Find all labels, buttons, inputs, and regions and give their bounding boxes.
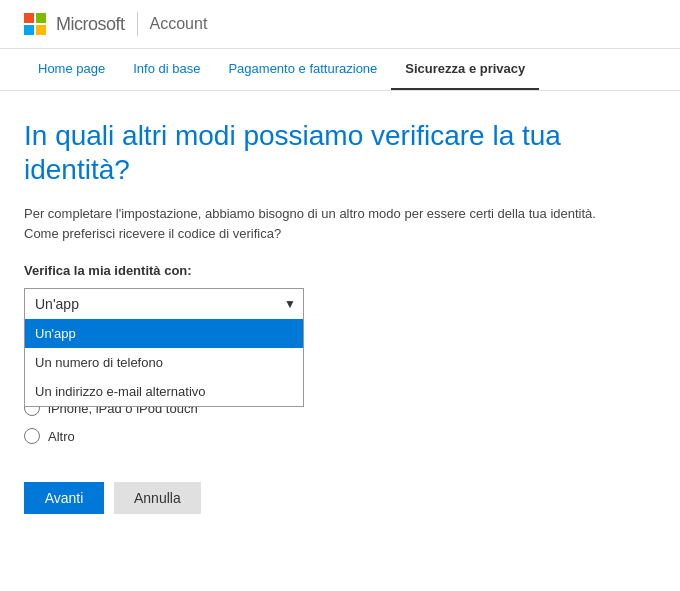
radio-altro-label: Altro xyxy=(48,429,75,444)
logo-red xyxy=(24,13,34,23)
logo-blue xyxy=(24,25,34,35)
header-divider xyxy=(137,12,138,36)
nav-sicurezza[interactable]: Sicurezza e privacy xyxy=(391,49,539,90)
logo-text: Microsoft xyxy=(56,14,125,35)
navigation: Home page Info di base Pagamento e fattu… xyxy=(0,49,680,91)
logo-yellow xyxy=(36,25,46,35)
logo-green xyxy=(36,13,46,23)
page-title: In quali altri modi possiamo verificare … xyxy=(24,119,604,186)
button-row: Avanti Annulla xyxy=(24,482,656,514)
dropdown-option-phone[interactable]: Un numero di telefono xyxy=(25,348,303,377)
section-label: Verifica la mia identità con: xyxy=(24,263,656,278)
identity-dropdown[interactable]: Un'app Un numero di telefono Un indirizz… xyxy=(24,288,304,320)
avanti-button[interactable]: Avanti xyxy=(24,482,104,514)
identity-dropdown-wrapper: Un'app Un numero di telefono Un indirizz… xyxy=(24,288,304,320)
nav-info-di-base[interactable]: Info di base xyxy=(119,49,214,90)
nav-pagamento[interactable]: Pagamento e fatturazione xyxy=(214,49,391,90)
header-account-label: Account xyxy=(150,15,208,33)
nav-homepage[interactable]: Home page xyxy=(24,49,119,90)
annulla-button[interactable]: Annulla xyxy=(114,482,201,514)
dropdown-option-app[interactable]: Un'app xyxy=(25,319,303,348)
header: Microsoft Account xyxy=(0,0,680,49)
logo-grid xyxy=(24,13,46,35)
radio-altro[interactable]: Altro xyxy=(24,422,656,450)
radio-altro-input[interactable] xyxy=(24,428,40,444)
microsoft-logo: Microsoft xyxy=(24,13,125,35)
dropdown-options-list: Un'app Un numero di telefono Un indirizz… xyxy=(24,319,304,407)
dropdown-option-email[interactable]: Un indirizzo e-mail alternativo xyxy=(25,377,303,406)
main-content: In quali altri modi possiamo verificare … xyxy=(0,91,680,538)
page-description: Per completare l'impostazione, abbiamo b… xyxy=(24,204,604,243)
